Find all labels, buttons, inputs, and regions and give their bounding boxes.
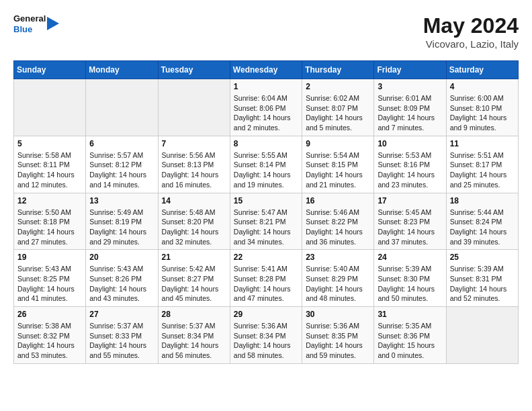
cell-info: Sunrise: 5:42 AMSunset: 8:27 PMDaylight:… [162,264,226,304]
month-year-title: May 2024 [423,13,519,38]
cell-info: Sunrise: 5:40 AMSunset: 8:29 PMDaylight:… [306,264,370,304]
logo-arrow-icon [47,17,59,30]
cell-day-number: 9 [306,139,370,148]
calendar-cell: 24Sunrise: 5:39 AMSunset: 8:30 PMDayligh… [374,250,446,307]
logo: General Blue [13,13,59,34]
calendar-cell: 1Sunrise: 6:04 AMSunset: 8:06 PMDaylight… [230,79,302,136]
cell-day-number: 1 [234,82,298,91]
cell-day-number: 10 [378,139,442,148]
cell-day-number: 20 [89,253,154,262]
cell-info: Sunrise: 5:58 AMSunset: 8:11 PMDaylight:… [17,150,82,190]
cell-info: Sunrise: 5:49 AMSunset: 8:19 PMDaylight:… [89,208,154,247]
cell-day-number: 3 [378,82,442,91]
cell-info: Sunrise: 5:39 AMSunset: 8:31 PMDaylight:… [450,264,515,304]
calendar-week-row: 1Sunrise: 6:04 AMSunset: 8:06 PMDaylight… [14,79,519,136]
calendar-cell: 20Sunrise: 5:43 AMSunset: 8:26 PMDayligh… [86,250,158,307]
calendar-cell: 30Sunrise: 5:36 AMSunset: 8:35 PMDayligh… [302,307,374,364]
cell-info: Sunrise: 5:43 AMSunset: 8:26 PMDaylight:… [89,264,154,304]
cell-day-number: 11 [450,139,515,148]
calendar-cell [14,79,86,136]
cell-day-number: 13 [89,196,154,205]
calendar-cell: 15Sunrise: 5:47 AMSunset: 8:21 PMDayligh… [230,193,302,250]
cell-info: Sunrise: 5:46 AMSunset: 8:22 PMDaylight:… [306,208,370,247]
cell-info: Sunrise: 5:56 AMSunset: 8:13 PMDaylight:… [162,150,226,190]
cell-info: Sunrise: 5:43 AMSunset: 8:25 PMDaylight:… [17,264,82,304]
cell-day-number: 14 [162,196,226,205]
location-subtitle: Vicovaro, Lazio, Italy [423,38,519,50]
calendar-cell: 12Sunrise: 5:50 AMSunset: 8:18 PMDayligh… [14,193,86,250]
calendar-body: 1Sunrise: 6:04 AMSunset: 8:06 PMDaylight… [14,79,519,364]
cell-day-number: 26 [17,310,82,319]
calendar-cell: 23Sunrise: 5:40 AMSunset: 8:29 PMDayligh… [302,250,374,307]
cell-info: Sunrise: 5:36 AMSunset: 8:35 PMDaylight:… [306,321,370,361]
cell-day-number: 4 [450,82,515,91]
cell-info: Sunrise: 5:37 AMSunset: 8:34 PMDaylight:… [162,321,226,361]
cell-day-number: 8 [234,139,298,148]
cell-day-number: 25 [450,253,515,262]
cell-info: Sunrise: 5:37 AMSunset: 8:33 PMDaylight:… [89,321,154,361]
calendar-week-row: 26Sunrise: 5:38 AMSunset: 8:32 PMDayligh… [14,307,519,364]
cell-day-number: 30 [306,310,370,319]
calendar-cell: 14Sunrise: 5:48 AMSunset: 8:20 PMDayligh… [158,193,230,250]
day-of-week-header: Sunday [14,61,86,79]
calendar-week-row: 19Sunrise: 5:43 AMSunset: 8:25 PMDayligh… [14,250,519,307]
cell-info: Sunrise: 6:01 AMSunset: 8:09 PMDaylight:… [378,93,442,133]
calendar-cell: 13Sunrise: 5:49 AMSunset: 8:19 PMDayligh… [86,193,158,250]
day-of-week-header: Tuesday [158,61,230,79]
cell-info: Sunrise: 6:04 AMSunset: 8:06 PMDaylight:… [234,93,298,133]
day-of-week-header: Saturday [446,61,518,79]
cell-day-number: 6 [89,139,154,148]
logo-line1: General [13,13,46,24]
cell-info: Sunrise: 5:36 AMSunset: 8:34 PMDaylight:… [234,321,298,361]
calendar-cell: 25Sunrise: 5:39 AMSunset: 8:31 PMDayligh… [446,250,518,307]
cell-day-number: 31 [378,310,442,319]
cell-info: Sunrise: 5:57 AMSunset: 8:12 PMDaylight:… [89,150,154,190]
calendar-cell: 31Sunrise: 5:35 AMSunset: 8:36 PMDayligh… [374,307,446,364]
cell-info: Sunrise: 5:45 AMSunset: 8:23 PMDaylight:… [378,208,442,247]
cell-info: Sunrise: 6:02 AMSunset: 8:07 PMDaylight:… [306,93,370,133]
calendar-cell: 7Sunrise: 5:56 AMSunset: 8:13 PMDaylight… [158,136,230,193]
cell-day-number: 12 [17,196,82,205]
cell-info: Sunrise: 5:48 AMSunset: 8:20 PMDaylight:… [162,208,226,247]
cell-info: Sunrise: 5:54 AMSunset: 8:15 PMDaylight:… [306,150,370,190]
calendar-cell: 19Sunrise: 5:43 AMSunset: 8:25 PMDayligh… [14,250,86,307]
cell-day-number: 18 [450,196,515,205]
cell-day-number: 7 [162,139,226,148]
calendar-cell: 11Sunrise: 5:51 AMSunset: 8:17 PMDayligh… [446,136,518,193]
cell-info: Sunrise: 5:39 AMSunset: 8:30 PMDaylight:… [378,264,442,304]
calendar-cell: 28Sunrise: 5:37 AMSunset: 8:34 PMDayligh… [158,307,230,364]
calendar-cell: 21Sunrise: 5:42 AMSunset: 8:27 PMDayligh… [158,250,230,307]
calendar-cell: 3Sunrise: 6:01 AMSunset: 8:09 PMDaylight… [374,79,446,136]
logo-line2: Blue [13,24,46,35]
cell-day-number: 19 [17,253,82,262]
day-of-week-header: Monday [86,61,158,79]
cell-info: Sunrise: 5:47 AMSunset: 8:21 PMDaylight:… [234,208,298,247]
cell-info: Sunrise: 6:00 AMSunset: 8:10 PMDaylight:… [450,93,515,133]
cell-info: Sunrise: 5:53 AMSunset: 8:16 PMDaylight:… [378,150,442,190]
calendar-header-row: SundayMondayTuesdayWednesdayThursdayFrid… [14,61,519,79]
calendar-cell: 17Sunrise: 5:45 AMSunset: 8:23 PMDayligh… [374,193,446,250]
cell-day-number: 29 [234,310,298,319]
day-of-week-header: Friday [374,61,446,79]
cell-info: Sunrise: 5:38 AMSunset: 8:32 PMDaylight:… [17,321,82,361]
cell-info: Sunrise: 5:55 AMSunset: 8:14 PMDaylight:… [234,150,298,190]
cell-day-number: 22 [234,253,298,262]
cell-info: Sunrise: 5:44 AMSunset: 8:24 PMDaylight:… [450,208,515,247]
cell-day-number: 23 [306,253,370,262]
cell-day-number: 21 [162,253,226,262]
calendar-cell: 2Sunrise: 6:02 AMSunset: 8:07 PMDaylight… [302,79,374,136]
calendar-cell: 8Sunrise: 5:55 AMSunset: 8:14 PMDaylight… [230,136,302,193]
day-of-week-header: Thursday [302,61,374,79]
cell-day-number: 16 [306,196,370,205]
calendar-cell: 6Sunrise: 5:57 AMSunset: 8:12 PMDaylight… [86,136,158,193]
cell-day-number: 2 [306,82,370,91]
cell-info: Sunrise: 5:50 AMSunset: 8:18 PMDaylight:… [17,208,82,247]
cell-day-number: 28 [162,310,226,319]
calendar-week-row: 12Sunrise: 5:50 AMSunset: 8:18 PMDayligh… [14,193,519,250]
day-of-week-header: Wednesday [230,61,302,79]
cell-info: Sunrise: 5:35 AMSunset: 8:36 PMDaylight:… [378,321,442,361]
calendar-week-row: 5Sunrise: 5:58 AMSunset: 8:11 PMDaylight… [14,136,519,193]
calendar-cell: 9Sunrise: 5:54 AMSunset: 8:15 PMDaylight… [302,136,374,193]
cell-day-number: 27 [89,310,154,319]
cell-info: Sunrise: 5:51 AMSunset: 8:17 PMDaylight:… [450,150,515,190]
